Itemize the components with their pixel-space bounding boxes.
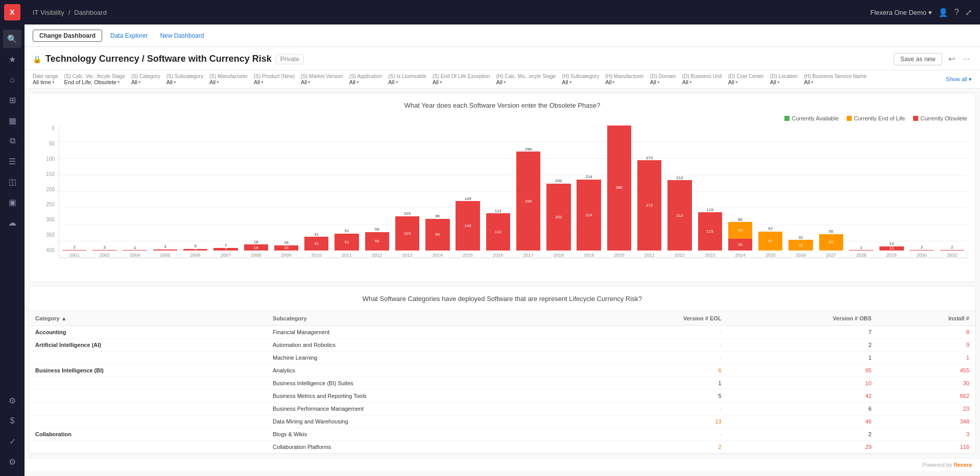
bar-group[interactable]: 22002 [89,126,119,258]
account-chevron-icon: ▾ [928,9,932,16]
table-header[interactable]: Install # [878,311,975,326]
table-cell-subcategory: Business Intelligence (BI) Suites [267,377,579,390]
table-header[interactable]: Category ▲ [29,311,267,326]
bar-group[interactable]: 50502027 [816,126,846,258]
sidebar-icon-grid[interactable]: ⊞ [3,91,21,109]
filter-(s)-calc.-ver...fecy[interactable]: (S) Calc. Ver...fecyle Stage End of Life… [64,73,125,85]
table-cell-obs: 29 [728,441,878,454]
bar-group[interactable]: 41412010 [301,126,331,258]
bar-group[interactable]: 22030 [906,126,937,258]
dashboard-title: Technology Currency / Software with Curr… [45,54,272,64]
more-options-button[interactable]: ··· [961,53,972,66]
bar-group[interactable]: 1491492015 [452,126,483,258]
bar-group[interactable]: 22001 [59,126,89,258]
bar-group[interactable]: 2722722021 [634,126,664,258]
bar-group[interactable]: 552006 [180,126,210,258]
table-cell-eol: 6 [579,364,727,377]
data-explorer-button[interactable]: Data Explorer [106,30,152,41]
filter-date-range[interactable]: Date range All time ▾ [33,73,58,85]
filter-(h)-subcategory[interactable]: (H) Subcategory All ▾ [562,73,599,85]
table-cell-obs: 6 [728,403,878,415]
bar-group[interactable]: 2022022018 [543,126,573,258]
powered-by-text: Powered by [922,462,953,468]
filter-(s)-product-(new)[interactable]: (S) Product (New) All ▾ [254,73,295,85]
filter-(h)-business-service[interactable]: (H) Business Service Name All ▾ [804,73,867,85]
table-row: CollaborationBlogs & Wikis-23 [29,428,975,441]
filter-(s)-category[interactable]: (S) Category All ▾ [131,73,160,85]
table-header[interactable]: Subcategory [267,311,579,326]
filter-(d)-business-unit[interactable]: (D) Business Unit All ▾ [682,73,722,85]
help-icon[interactable]: ? [954,8,959,17]
table-header[interactable]: Version # OBS [728,311,878,326]
filter-(s)-end-of-life-exce[interactable]: (S) End Of Life Exception All ▾ [433,73,490,85]
table-row: Business Metrics and Reporting Tools5426… [29,390,975,403]
bar-group[interactable]: 2982982017 [513,126,543,258]
filter-(h)-manufacturer[interactable]: (H) Manufacturer All ▾ [605,73,644,85]
sidebar-icon-check[interactable]: ✓ [3,432,21,450]
filter-(d)-location[interactable]: (D) Location All ▾ [770,73,798,85]
chart1-title: What Year does each Software Version ent… [37,102,967,109]
bar-group[interactable]: 8636502024 [725,126,755,258]
y-tick: 200 [46,187,55,192]
bar-group[interactable]: 22032 [937,126,967,258]
bar-group[interactable]: 13132029 [876,126,906,258]
breadcrumb-separator: / [68,9,70,16]
sidebar-icon-home[interactable]: ⌂ [3,70,21,89]
show-all-link[interactable]: Show all ▾ [946,76,972,83]
sidebar-icon-shield[interactable]: ◫ [3,172,21,191]
new-dashboard-button[interactable]: New Dashboard [156,30,208,41]
topbar-right: Flexera One Demo ▾ 👤 ? ⤢ [870,8,972,17]
table-cell-install: 662 [878,390,975,403]
filter-(s)-is-licensable[interactable]: (S) Is Licensable All ▾ [388,73,426,85]
table-cell-category: Business Intelligence (BI) [29,364,267,377]
change-dashboard-button[interactable]: Change Dashboard [33,30,102,42]
bar-group[interactable]: 16162009 [271,126,301,258]
sidebar-icon-gear[interactable]: ⚙ [3,453,21,471]
sidebar-icon-database[interactable]: ▣ [3,193,21,211]
bar-group[interactable]: 56562012 [362,126,392,258]
table-cell-obs: 95 [728,364,878,377]
filter-(s)-market-version[interactable]: (S) Market Version All ▾ [301,73,343,85]
account-selector[interactable]: Flexera One Demo ▾ [870,9,932,16]
bar-group[interactable]: 2142142019 [574,126,604,258]
sidebar-icon-chart[interactable]: ▦ [3,111,21,130]
sidebar-icon-settings[interactable]: ⚙ [3,391,21,410]
table-row: Business Performance Management-623 [29,403,975,415]
filter-(s)-subcategory[interactable]: (S) Subcategory All ▾ [166,73,203,85]
share-icon[interactable]: ⤢ [965,8,972,17]
user-icon[interactable]: 👤 [938,8,948,17]
bar-group[interactable]: 32005 [150,126,180,258]
bar-group[interactable]: 51512011 [331,126,362,258]
sidebar-icon-layers[interactable]: ⧉ [3,132,21,150]
sidebar-icon-cloud[interactable]: ☁ [3,213,21,232]
bar-group[interactable]: 18182008 [241,126,271,258]
sidebar-icon-dollar[interactable]: $ [3,412,21,430]
breadcrumb-parent[interactable]: IT Visibility [33,9,64,16]
bar-group[interactable]: 12028 [846,126,876,258]
sidebar-icon-star[interactable]: ★ [3,50,21,68]
bar-group[interactable]: 2122122022 [664,126,695,258]
filter-(s)-manufacturer[interactable]: (S) Manufacturer All ▾ [209,73,248,85]
bar-group[interactable]: 3803802020 [604,126,634,258]
filter-(d)-cost-center[interactable]: (D) Cost Center All ▾ [728,73,764,85]
bar-group[interactable]: 772007 [210,126,241,258]
sidebar-icon-search[interactable]: 🔍 [3,30,21,48]
save-as-new-button[interactable]: Save as new [894,53,942,65]
filter-(h)-calc.-mo...ecyle[interactable]: (H) Calc. Mo...ecyle Stage All ▾ [496,73,556,85]
filter-(d)-domain[interactable]: (D) Domain All ▾ [650,73,676,85]
bar-group[interactable]: 1031032013 [392,126,422,258]
bar-group[interactable]: 12004 [120,126,150,258]
table-header[interactable]: Version # EOL [579,311,727,326]
undo-button[interactable]: ↩ [946,52,957,66]
breadcrumb-current: Dashboard [74,9,107,16]
bar-group[interactable]: 1151152023 [695,126,725,258]
bar-group[interactable]: 32322026 [785,126,816,258]
bar-group[interactable]: 96962014 [422,126,452,258]
chart1-legend: Currently AvailableCurrently End of Life… [37,115,967,121]
table-row: Collaboration Platforms229116 [29,441,975,454]
bar-group[interactable]: 1121122016 [483,126,513,258]
bar-group[interactable]: 57572025 [755,126,785,258]
app-logo: X [4,4,20,20]
sidebar-icon-list[interactable]: ☰ [3,152,21,170]
filter-(s)-application[interactable]: (S) Application All ▾ [349,73,382,85]
